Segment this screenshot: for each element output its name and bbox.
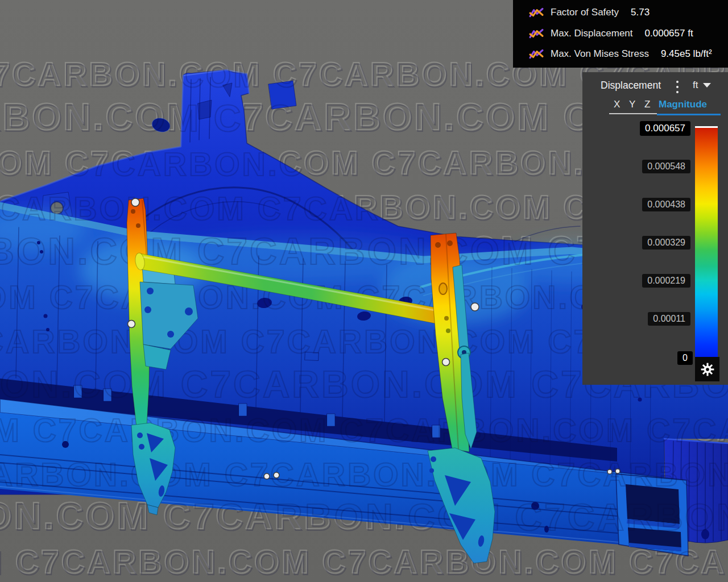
unit-dropdown[interactable]: ft	[693, 80, 711, 91]
results-plot-icon	[529, 48, 544, 60]
results-plot-icon	[529, 27, 544, 40]
tab-y[interactable]: Y	[629, 99, 635, 110]
legend-label: 0.000219	[642, 274, 690, 288]
inactive-tabs-underline	[609, 113, 657, 114]
svg-text:C7CARBON.COM C7CARBON.COM: C7CARBON.COM C7CARBON.COM C7CARBON.COM C…	[0, 545, 728, 581]
results-summary-panel: Factor of Safety 5.73 Max. Displacement …	[513, 0, 728, 68]
legend-label: 0.00011	[648, 312, 690, 326]
result-row-max-von-mises[interactable]: Max. Von Mises Stress 9.45e5 lb/ft²	[513, 44, 728, 64]
legend-min-label: 0	[677, 351, 693, 365]
panel-title: Displacement	[601, 80, 661, 92]
result-value: 5.73	[631, 7, 650, 18]
app-window: C7CARBON.COM C7CARBON.COM C7CARBON.COM C…	[0, 0, 728, 582]
legend-label: 0.000329	[642, 236, 690, 250]
result-row-max-displacement[interactable]: Max. Displacement 0.000657 ft	[513, 24, 728, 43]
legend-label: 0.000548	[642, 160, 690, 173]
chevron-down-icon	[703, 83, 711, 88]
legend-settings-button[interactable]	[695, 357, 719, 381]
result-value: 9.45e5 lb/ft²	[661, 48, 712, 60]
legend-max-label: 0.000657	[640, 121, 690, 136]
result-row-factor-of-safety[interactable]: Factor of Safety 5.73	[513, 3, 728, 22]
result-label: Factor of Safety	[551, 7, 619, 18]
tab-magnitude[interactable]: Magnitude	[659, 99, 707, 110]
legend-label: 0.000438	[642, 198, 690, 211]
kebab-menu-icon[interactable]	[673, 81, 681, 93]
result-value: 0.000657 ft	[645, 28, 693, 39]
results-plot-icon	[529, 6, 544, 19]
result-label: Max. Displacement	[551, 28, 633, 39]
svg-text:C7CARBON.COM C7CARBON.COM: C7CARBON.COM C7CARBON.COM C7CARBON.COM C…	[0, 456, 728, 493]
tab-x[interactable]: X	[614, 99, 620, 110]
gear-icon	[700, 362, 715, 377]
tab-z[interactable]: Z	[644, 99, 650, 110]
legend-color-bar	[695, 126, 718, 360]
unit-value: ft	[693, 80, 698, 91]
svg-text:C7CARBON.COM C7CARBON.COM: C7CARBON.COM C7CARBON.COM C7CARBON.COM C…	[0, 496, 728, 538]
displacement-legend-panel: Displacement ft X Y Z Magnitude 0.000657…	[582, 72, 728, 385]
active-tab-underline	[657, 114, 721, 115]
result-label: Max. Von Mises Stress	[551, 48, 649, 60]
svg-text:C7CARBON.COM C7CARBON.COM: C7CARBON.COM C7CARBON.COM C7CARBON.COM C…	[0, 412, 728, 448]
